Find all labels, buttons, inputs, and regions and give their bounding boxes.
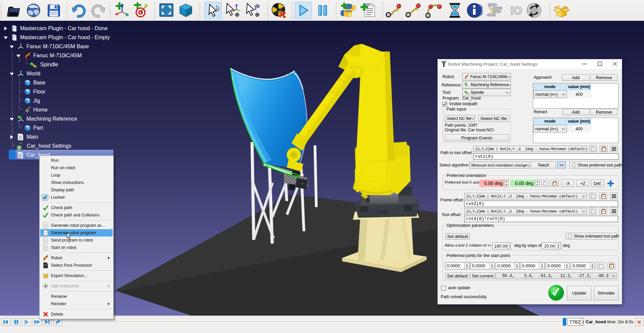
- svg-text:IO: IO: [511, 4, 522, 17]
